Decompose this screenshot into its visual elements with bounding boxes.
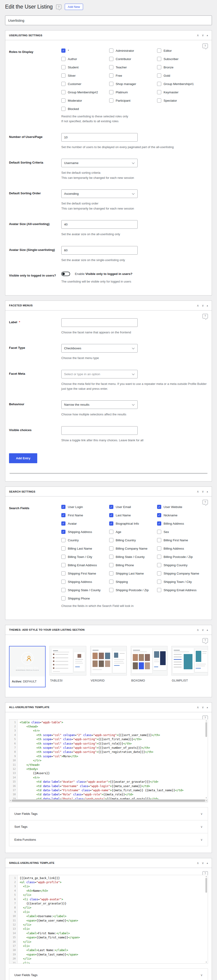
search-field-checkbox[interactable]: ✓Nickname (157, 513, 205, 517)
search-field-checkbox[interactable]: Billing Town / City (61, 555, 109, 559)
move-down-icon[interactable]: ∨ (202, 861, 204, 864)
role-checkbox[interactable]: ✓* (61, 49, 109, 52)
unchecked-checkbox-icon[interactable] (157, 563, 161, 567)
search-field-checkbox[interactable]: Shipping State / County (61, 588, 109, 592)
unchecked-checkbox-icon[interactable] (109, 580, 113, 584)
checked-checkbox-icon[interactable]: ✓ (109, 513, 113, 517)
checked-checkbox-icon[interactable]: ✓ (157, 513, 161, 517)
search-field-checkbox[interactable]: Billing Company Name (109, 546, 157, 550)
search-field-checkbox[interactable]: ✓Shipping Address (61, 530, 109, 534)
unchecked-checkbox-icon[interactable] (109, 82, 113, 86)
visible-choices-input[interactable] (61, 426, 138, 435)
search-field-checkbox[interactable]: Shipping Postcode / Zip (109, 588, 157, 592)
unchecked-checkbox-icon[interactable] (157, 65, 161, 69)
unchecked-checkbox-icon[interactable] (109, 530, 113, 534)
search-field-checkbox[interactable]: Shipping Country (157, 563, 205, 567)
checked-checkbox-icon[interactable]: ✓ (61, 505, 65, 509)
unchecked-checkbox-icon[interactable] (109, 99, 113, 103)
collapse-panel-icon[interactable]: ▴ (207, 706, 208, 708)
theme-card-default[interactable]: Profile Builder ProWORDPRESS PROFILE PLU… (9, 646, 46, 687)
search-field-checkbox[interactable]: ✓Last Name (109, 513, 157, 517)
search-field-checkbox[interactable]: Billing State / County (109, 555, 157, 559)
role-checkbox[interactable]: Author (61, 57, 109, 61)
search-field-checkbox[interactable]: Shipping Company Name (157, 571, 205, 576)
theme-card-tablesi[interactable]: TABLESI (49, 646, 86, 687)
unchecked-checkbox-icon[interactable] (109, 49, 113, 52)
unchecked-checkbox-icon[interactable] (157, 580, 161, 584)
panel-header[interactable]: ALL-USERLISTING TEMPLATE ∧ ∨ ▴ (5, 703, 212, 712)
search-field-checkbox[interactable]: Shipping First Name (61, 571, 109, 576)
search-field-checkbox[interactable]: Sex (157, 530, 205, 534)
vertical-scrollbar[interactable]: ▲ ▼ (205, 719, 208, 799)
scrollbar-thumb[interactable] (206, 722, 207, 737)
search-field-checkbox[interactable]: Shipping Town / City (157, 580, 205, 584)
unchecked-checkbox-icon[interactable] (61, 107, 65, 111)
role-checkbox[interactable]: Student (61, 65, 109, 69)
move-down-icon[interactable]: ∨ (202, 304, 204, 307)
search-field-checkbox[interactable]: Billing Email Address (61, 563, 109, 567)
search-field-checkbox[interactable]: ✓Avatar (61, 522, 109, 526)
move-up-icon[interactable]: ∧ (197, 861, 199, 864)
search-field-checkbox[interactable]: Billing Address (157, 546, 205, 550)
unchecked-checkbox-icon[interactable] (61, 90, 65, 94)
unchecked-checkbox-icon[interactable] (109, 57, 113, 61)
scroll-left-icon[interactable]: ◂ (10, 800, 11, 802)
search-field-checkbox[interactable]: Shipping Last Name (109, 571, 157, 576)
scroll-up-icon[interactable]: ▲ (206, 720, 207, 721)
unchecked-checkbox-icon[interactable] (109, 65, 113, 69)
unchecked-checkbox-icon[interactable] (61, 546, 65, 550)
facet-meta-select[interactable]: Select or type in an option (61, 370, 138, 379)
unchecked-checkbox-icon[interactable] (157, 90, 161, 94)
collapse-panel-icon[interactable]: ▴ (207, 490, 208, 493)
checked-checkbox-icon[interactable]: ✓ (109, 522, 113, 526)
role-checkbox[interactable]: Contributor (109, 57, 157, 61)
search-field-checkbox[interactable]: Age (109, 530, 157, 534)
role-checkbox[interactable]: Group Membership#1 (157, 82, 205, 86)
unchecked-checkbox-icon[interactable] (61, 57, 65, 61)
unchecked-checkbox-icon[interactable] (61, 596, 65, 600)
search-field-checkbox[interactable]: Billing Postcode / Zip (157, 555, 205, 559)
role-checkbox[interactable]: Customer (61, 82, 109, 86)
unchecked-checkbox-icon[interactable] (157, 49, 161, 52)
code-content[interactable]: <table class="wppb-table"> <thead> <tr> … (18, 719, 208, 802)
unchecked-checkbox-icon[interactable] (109, 555, 113, 559)
role-checkbox[interactable]: Teacher (109, 65, 157, 69)
scrollbar-thumb[interactable] (206, 878, 207, 892)
avatar-size-single-input[interactable] (61, 246, 138, 255)
search-field-checkbox[interactable]: Shipping Phone (61, 596, 109, 600)
help-icon[interactable]: ? (203, 314, 208, 318)
role-checkbox[interactable]: Blocked (61, 107, 109, 111)
add-entry-button[interactable]: Add Entry (9, 453, 37, 463)
search-field-checkbox[interactable]: Shipping Email Address (157, 588, 205, 592)
unchecked-checkbox-icon[interactable] (157, 99, 161, 103)
search-field-checkbox[interactable]: ✓User Email (109, 505, 157, 509)
search-field-checkbox[interactable]: ✓User Website (157, 505, 205, 509)
panel-header[interactable]: THEMES: ADD STYLE TO YOUR USER LISTING S… (5, 625, 212, 635)
unchecked-checkbox-icon[interactable] (157, 538, 161, 542)
sorting-criteria-select[interactable]: Username (61, 159, 138, 167)
role-checkbox[interactable]: Gold (157, 73, 205, 78)
role-checkbox[interactable]: Shop manager (109, 82, 157, 86)
unchecked-checkbox-icon[interactable] (61, 580, 65, 584)
search-field-checkbox[interactable]: Billing Country (109, 538, 157, 542)
role-checkbox[interactable]: Free (109, 73, 157, 78)
unchecked-checkbox-icon[interactable] (157, 530, 161, 534)
checked-checkbox-icon[interactable]: ✓ (61, 513, 65, 517)
single-template-code-editor[interactable]: 123456789101112131415161718192021{{{extr… (9, 875, 208, 964)
unchecked-checkbox-icon[interactable] (61, 538, 65, 542)
unchecked-checkbox-icon[interactable] (157, 571, 161, 576)
unchecked-checkbox-icon[interactable] (157, 73, 161, 78)
add-new-button[interactable]: Add New (65, 4, 83, 10)
search-field-checkbox[interactable]: Shipping (109, 580, 157, 584)
panel-header[interactable]: SEARCH SETTINGS ∧ ∨ ▴ (5, 487, 212, 496)
panel-header[interactable]: FACETED MENUS ∧ ∨ ▴ (5, 301, 212, 310)
role-checkbox[interactable]: Moderator (61, 99, 109, 103)
unchecked-checkbox-icon[interactable] (61, 82, 65, 86)
panel-header[interactable]: SINGLE-USERLISTING TEMPLATE ∧ ∨ ▴ (5, 858, 212, 868)
scroll-up-icon[interactable]: ▲ (206, 876, 207, 877)
search-field-checkbox[interactable]: Country (61, 538, 109, 542)
role-checkbox[interactable]: Participant (109, 99, 157, 103)
scroll-right-icon[interactable]: ▸ (206, 800, 207, 802)
role-checkbox[interactable]: Platinum (109, 90, 157, 94)
page-help-icon[interactable]: ? (56, 5, 62, 9)
